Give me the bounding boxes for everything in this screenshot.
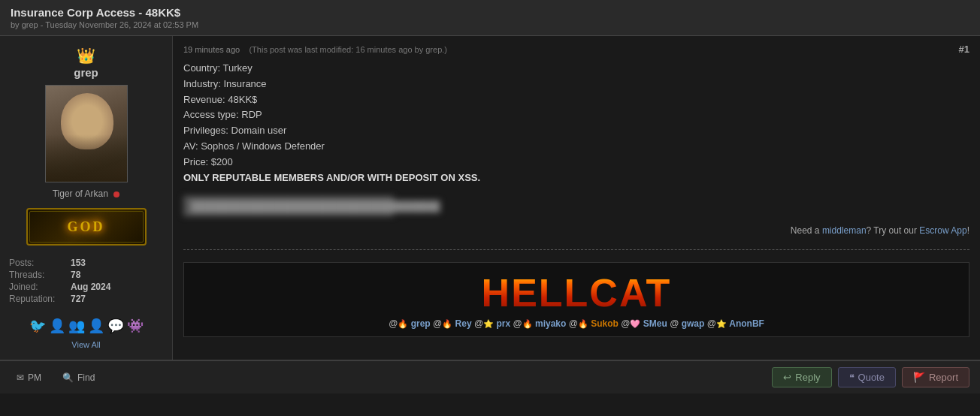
mention-gwap[interactable]: gwap <box>682 318 705 329</box>
twitter-icon[interactable]: 🐦 <box>29 318 46 334</box>
divider <box>183 249 969 250</box>
reputation-label: Reputation: <box>9 294 69 304</box>
chat-icon: 💬 <box>107 318 124 334</box>
prx-star-icon: ⭐ <box>483 319 494 328</box>
report-icon: 🚩 <box>913 372 925 383</box>
action-bar: ✉ PM 🔍 Find ↩ Reply ❝ Quote 🚩 Report <box>0 360 980 393</box>
forum-banner: HELLCAT @🔥 grep @🔥 Rey @⭐ prx @🔥 miyako … <box>183 262 969 337</box>
rey-star-icon: 🔥 <box>442 319 452 328</box>
post-content-area: 19 minutes ago (This post was last modif… <box>173 36 980 360</box>
view-all-link[interactable]: View All <box>71 340 100 349</box>
mention-prx[interactable]: prx <box>496 318 510 329</box>
user-icon-3: 👤 <box>88 318 104 334</box>
user-social-icons: 🐦 👤 👥 👤 💬 👾 <box>29 318 144 334</box>
stat-row-reputation: Reputation: 727 <box>9 294 163 304</box>
post-price-line: Price: $200 <box>183 155 969 170</box>
smeu-heart-icon: 🩷 <box>630 319 640 328</box>
find-button[interactable]: 🔍 Find <box>56 369 101 386</box>
post-access-line: Access type: RDP <box>183 107 969 123</box>
posts-label: Posts: <box>9 258 69 268</box>
blurred-content: ████████████████████████████████████ <box>183 196 969 216</box>
post-body: Country: Turkey Industry: Insurance Reve… <box>183 61 969 185</box>
post-revenue-line: Revenue: 48KK$ <box>183 92 969 108</box>
user-icon-2: 👥 <box>68 318 85 334</box>
user-crown-icon: 👑 <box>77 47 95 65</box>
middleman-notice: Need a middleman? Try out our Escrow App… <box>183 225 969 239</box>
reply-icon: ↩ <box>783 372 791 383</box>
mention-rey[interactable]: Rey <box>455 318 472 329</box>
mention-anonbf[interactable]: AnonBF <box>729 318 764 329</box>
user-stats-table: Posts: 153 Threads: 78 Joined: Aug 2024 … <box>8 256 165 306</box>
post-privileges-line: Privileges: Domain user <box>183 123 969 139</box>
avatar <box>45 85 128 182</box>
blurred-text-1: ████████████████████████████████████ <box>183 196 394 216</box>
mention-line: @🔥 grep @🔥 Rey @⭐ prx @🔥 miyako @🔥 Sukob… <box>192 318 961 329</box>
reputation-value: 727 <box>71 294 163 304</box>
post-container: 👑 grep Tiger of Arkan GOD Posts: 153 Thr… <box>0 36 980 360</box>
user-title: Tiger of Arkan <box>53 188 120 199</box>
post-meta: 19 minutes ago (This post was last modif… <box>183 44 969 55</box>
reply-button[interactable]: ↩ Reply <box>772 367 831 387</box>
threads-label: Threads: <box>9 270 69 280</box>
rank-badge-image: GOD <box>26 208 147 246</box>
find-icon: 🔍 <box>62 372 74 383</box>
mention-smeu[interactable]: SMeu <box>643 318 667 329</box>
post-country-line: Country: Turkey <box>183 61 969 77</box>
username: grep <box>74 66 98 79</box>
avatar-image <box>46 86 128 182</box>
anonbf-star-icon: ⭐ <box>716 319 727 328</box>
post-number: #1 <box>959 44 969 55</box>
mention-grep[interactable]: grep <box>411 318 431 329</box>
grep-star-icon: 🔥 <box>398 319 408 328</box>
miyako-star-icon: 🔥 <box>522 319 533 328</box>
threads-value: 78 <box>71 270 163 280</box>
rank-badge: GOD <box>26 208 147 246</box>
action-right: ↩ Reply ❝ Quote 🚩 Report <box>772 367 969 387</box>
pm-icon: ✉ <box>17 372 24 383</box>
report-button[interactable]: 🚩 Report <box>902 367 969 387</box>
joined-label: Joined: <box>9 282 69 292</box>
sukob-star-icon: 🔥 <box>578 319 588 328</box>
post-industry-line: Industry: Insurance <box>183 77 969 92</box>
online-status-dot <box>113 191 119 197</box>
title-bar: Insurance Corp Access - 48KK$ by grep - … <box>0 0 980 36</box>
rank-text: GOD <box>67 219 104 235</box>
page-title: Insurance Corp Access - 48KK$ <box>11 6 969 19</box>
joined-value: Aug 2024 <box>71 282 163 292</box>
alien-icon: 👾 <box>127 318 144 334</box>
posts-value: 153 <box>71 258 163 268</box>
middleman-link[interactable]: middleman <box>822 225 867 236</box>
action-left: ✉ PM 🔍 Find <box>11 369 101 386</box>
user-sidebar: 👑 grep Tiger of Arkan GOD Posts: 153 Thr… <box>0 36 173 360</box>
post-time: 19 minutes ago (This post was last modif… <box>183 45 447 54</box>
user-icon-1: 👤 <box>49 318 65 334</box>
post-av-line: AV: Sophos / Windows Defender <box>183 139 969 155</box>
post-warning-line: ONLY REPUTABLE MEMBERS AND/OR WITH DEPOS… <box>183 170 969 186</box>
stat-row-joined: Joined: Aug 2024 <box>9 282 163 292</box>
post-byline: by grep - Tuesday November 26, 2024 at 0… <box>11 20 969 29</box>
hellcat-banner-text: HELLCAT <box>192 270 961 315</box>
quote-button[interactable]: ❝ Quote <box>838 367 896 387</box>
pm-button[interactable]: ✉ PM <box>11 369 47 386</box>
mention-miyako[interactable]: miyako <box>535 318 566 329</box>
quote-icon: ❝ <box>849 372 854 383</box>
stat-row-posts: Posts: 153 <box>9 258 163 268</box>
stat-row-threads: Threads: 78 <box>9 270 163 280</box>
mention-sukob[interactable]: Sukob <box>591 318 619 329</box>
escrow-app-link[interactable]: Escrow App <box>919 225 966 236</box>
